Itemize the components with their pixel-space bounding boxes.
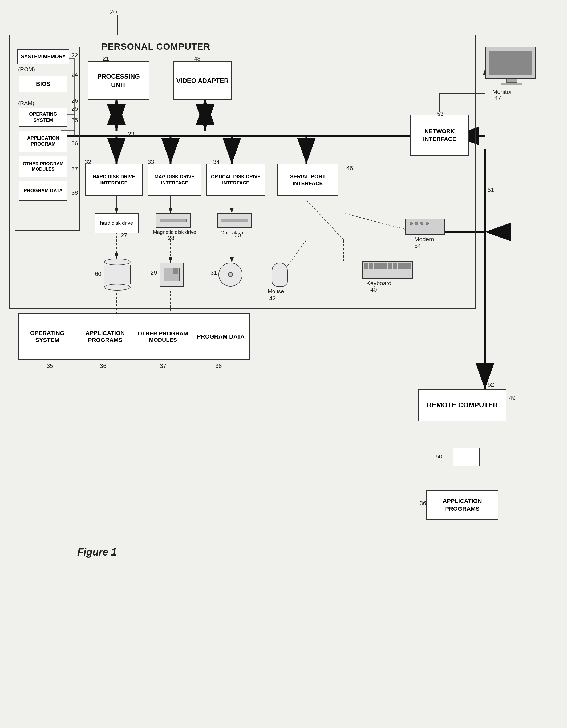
bios-box: BIOS [19,76,67,92]
serial-port-interface-box: SERIAL PORT INTERFACE [277,164,338,196]
modem-icon [405,219,445,235]
mouse-icon [272,263,288,287]
ref-50: 50 [436,453,442,460]
hard-disk-drive-interface-box: HARD DISK DRIVE INTERFACE [85,164,143,196]
ref-35-bot: 35 [47,363,53,369]
ref-54: 54 [414,243,421,250]
box-50 [453,448,480,466]
hard-disk-cylinder [104,259,131,289]
keyboard-label: Keyboard [366,280,391,287]
ref-36-top: 36 [71,140,78,147]
optical-disc-icon [219,263,243,287]
program-data-disk-box: PROGRAM DATA [192,314,250,359]
ref-38-top: 38 [71,189,78,196]
ref-47: 47 [494,95,501,102]
ref-36-remote: 36 [420,500,426,507]
ref-42: 42 [269,295,276,302]
monitor-icon [485,47,538,87]
video-adapter-box: VIDEO ADAPTER [173,61,232,100]
ref-40: 40 [370,286,377,293]
mag-disk-drive-interface-box: MAG DISK DRIVE INTERFACE [148,164,201,196]
ref-31: 31 [211,269,217,276]
processing-unit-box: PROCESSING UNIT [88,61,149,100]
ref-24: 24 [71,71,78,78]
ref-46: 46 [346,165,353,172]
ref-21: 21 [103,55,109,62]
magnetic-disk-drive-label: Magnetic disk drive [151,229,199,235]
ref-27: 27 [121,232,127,239]
keyboard-icon [362,261,413,279]
hard-disk-drive-box: hard disk drive [95,213,139,233]
ref-52: 52 [488,381,494,388]
ref-38-bot: 38 [215,363,222,369]
ref-33: 33 [148,159,154,166]
mouse-label: Mouse [268,288,284,295]
ref-37-top: 37 [71,166,78,173]
rom-label: (ROM) [18,66,35,73]
floppy-icon [160,263,184,287]
os-disk-box: OPERATING SYSTEM [19,314,77,359]
ref-30: 30 [235,232,241,239]
ram-label: (RAM) [18,100,34,106]
diagram-container: 20 PERSONAL COMPUTER SYSTEM MEMORY 22 (R… [0,0,567,728]
system-memory-box: SYSTEM MEMORY [17,49,69,64]
ref-20: 20 [109,8,117,16]
operating-system-mem-box: OPERATING SYSTEM [19,108,67,127]
other-modules-disk-box: OTHER PROGRAM MODULES [134,314,192,359]
remote-computer-box: REMOTE COMPUTER [418,389,506,421]
ref-49: 49 [509,395,515,401]
ref-37-bot: 37 [160,363,166,369]
ref-34: 34 [213,159,220,166]
program-data-mem-box: PROGRAM DATA [19,181,67,201]
ref-51: 51 [488,187,494,194]
ref-36-bot: 36 [100,363,106,369]
application-programs-remote-box: APPLICATION PROGRAMS [426,490,498,520]
ref-60: 60 [95,271,101,277]
modem-label: Modem [414,236,434,243]
application-program-box: APPLICATION PROGRAM [19,131,67,152]
other-program-modules-mem-box: OTHER PROGRAM MODULES [19,156,67,177]
ref-53: 53 [437,111,443,118]
network-interface-box: NETWORK INTERFACE [410,115,469,156]
optical-disk-drive-interface-box: OPTICAL DISK DRIVE INTERFACE [207,164,265,196]
ref-28: 28 [168,235,174,242]
ref-35-top: 35 [71,117,78,124]
optical-drive-icon [217,213,252,228]
figure-label: Figure 1 [77,546,117,558]
ref-22: 22 [71,52,78,59]
ref-25: 25 [71,105,78,112]
ref-23: 23 [128,131,134,138]
ref-26: 26 [71,97,78,104]
ref-32: 32 [85,159,91,166]
bottom-modules-container: OPERATING SYSTEM APPLICATION PROGRAMS OT… [18,313,250,360]
ref-48: 48 [194,55,200,62]
app-programs-disk-box: APPLICATION PROGRAMS [77,314,134,359]
magnetic-disk-icon [156,213,191,228]
ref-29: 29 [151,269,157,276]
